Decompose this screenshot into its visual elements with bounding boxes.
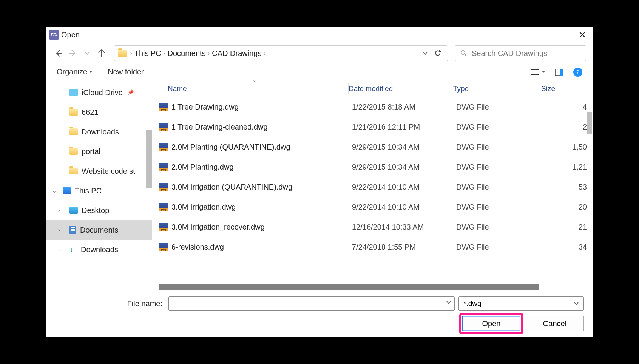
file-row[interactable]: 3.0M Irrigation_recover.dwg12/16/2014 10…: [152, 217, 593, 237]
sidebar-item-label: Documents: [80, 226, 118, 234]
file-size: 4: [544, 103, 593, 111]
close-button[interactable]: [575, 27, 590, 42]
file-size: 1,21: [544, 163, 593, 171]
file-row[interactable]: 2.0M Planting.dwg9/29/2015 10:34 AMDWG F…: [152, 157, 593, 177]
file-size: 21: [544, 223, 593, 231]
sidebar-item[interactable]: Website code st: [46, 161, 152, 181]
file-row[interactable]: 1 Tree Drawing-cleaned.dwg1/21/2016 12:1…: [152, 117, 593, 137]
folder-icon: [69, 148, 78, 155]
cloud-icon: [69, 89, 78, 96]
chevron-down-icon[interactable]: [446, 300, 451, 305]
doc-icon: [69, 226, 76, 234]
nav-bar: › This PC › Documents › CAD Drawings ›: [46, 43, 593, 64]
preview-icon: [555, 69, 563, 76]
sidebar-item-label: Downloads: [81, 245, 118, 254]
search-input[interactable]: [472, 49, 580, 58]
back-button[interactable]: [53, 48, 64, 59]
folder-icon: [69, 128, 78, 135]
file-type: DWG File: [456, 103, 544, 111]
up-button[interactable]: [96, 48, 107, 59]
file-row[interactable]: 3.0M Irrigation.dwg9/22/2014 10:10 AMDWG…: [152, 197, 593, 217]
file-size: 34: [544, 243, 593, 251]
toolbar: Organize New folder ?: [46, 64, 593, 80]
column-date[interactable]: Date modified: [349, 85, 453, 93]
refresh-icon: [434, 49, 441, 57]
file-date: 1/21/2016 12:11 PM: [352, 123, 456, 131]
file-row[interactable]: 3.0M Irrigation (QUARANTINE).dwg9/22/201…: [152, 177, 593, 197]
file-row[interactable]: 6-revisions.dwg7/24/2018 1:55 PMDWG File…: [152, 237, 593, 257]
sidebar-item[interactable]: 6621: [46, 102, 152, 122]
file-date: 1/22/2015 8:18 AM: [352, 103, 456, 111]
breadcrumb-dropdown[interactable]: [423, 51, 428, 56]
file-name: 3.0M Irrigation_recover.dwg: [171, 223, 352, 231]
file-name: 2.0M Planting.dwg: [171, 163, 352, 171]
dwg-file-icon: [159, 103, 168, 111]
file-date: 9/29/2015 10:34 AM: [352, 163, 456, 171]
forward-button[interactable]: [67, 48, 79, 59]
window-title: Open: [61, 31, 80, 39]
sidebar-item[interactable]: Downloads: [46, 122, 152, 142]
open-button[interactable]: Open: [462, 316, 520, 331]
file-type: DWG File: [456, 123, 544, 131]
chevron-down-icon: [85, 51, 90, 56]
file-row[interactable]: 2.0M Planting (QUARANTINE).dwg9/29/2015 …: [152, 137, 593, 157]
sidebar-item[interactable]: ›Documents: [46, 220, 152, 240]
file-date: 9/29/2015 10:34 AM: [352, 143, 456, 151]
sidebar-item[interactable]: ⌄This PC: [46, 181, 152, 201]
file-row[interactable]: 1 Tree Drawing.dwg1/22/2015 8:18 AMDWG F…: [152, 97, 593, 117]
organize-button[interactable]: Organize: [57, 68, 93, 76]
view-list-button[interactable]: [531, 69, 545, 76]
vertical-scrollbar[interactable]: [587, 112, 592, 134]
chevron-right-icon: ›: [130, 50, 132, 56]
file-name: 1 Tree Drawing-cleaned.dwg: [171, 123, 352, 131]
sidebar-item[interactable]: ›Downloads: [46, 240, 152, 259]
footer: File name: *.dwg Open Cancel: [46, 290, 593, 337]
file-type: DWG File: [456, 183, 544, 191]
titlebar: F/X Open: [46, 27, 593, 43]
help-button[interactable]: ?: [573, 68, 582, 77]
file-type: DWG File: [456, 223, 544, 231]
file-date: 12/16/2014 10:33 AM: [352, 223, 456, 231]
column-type[interactable]: Type: [453, 85, 541, 93]
caret-down-icon: [542, 70, 545, 74]
sidebar-item-label: Desktop: [82, 206, 109, 215]
new-folder-button[interactable]: New folder: [108, 68, 144, 76]
sidebar-item[interactable]: iCloud Drive📌: [46, 83, 152, 102]
file-date: 9/22/2014 10:10 AM: [352, 183, 456, 191]
search-bar[interactable]: [455, 45, 586, 61]
dwg-file-icon: [159, 183, 168, 191]
preview-pane-button[interactable]: [555, 69, 563, 76]
chevron-right-icon: ›: [58, 247, 60, 253]
sidebar-item-label: portal: [82, 147, 100, 156]
breadcrumb-item[interactable]: Documents: [167, 49, 205, 58]
filename-label: File name:: [55, 299, 165, 308]
file-size: 53: [544, 183, 593, 191]
breadcrumb[interactable]: › This PC › Documents › CAD Drawings ›: [114, 45, 448, 61]
dwg-file-icon: [159, 243, 168, 251]
chevron-right-icon: ›: [164, 50, 165, 56]
chevron-right-icon: ›: [58, 207, 60, 213]
file-type: DWG File: [456, 163, 544, 171]
sidebar-item-label: 6621: [82, 108, 99, 117]
refresh-button[interactable]: [434, 49, 441, 57]
list-icon: [531, 69, 539, 76]
column-size[interactable]: Size: [541, 85, 593, 93]
dwg-file-icon: [159, 143, 168, 151]
dwg-file-icon: [159, 223, 168, 231]
cancel-button[interactable]: Cancel: [526, 316, 584, 331]
close-icon: [579, 31, 586, 38]
dl-icon: [69, 246, 77, 253]
sidebar-item[interactable]: portal: [46, 142, 152, 161]
file-size: 20: [544, 203, 593, 211]
desk-icon: [69, 207, 78, 214]
sidebar-item[interactable]: ›Desktop: [46, 201, 152, 220]
breadcrumb-item[interactable]: This PC: [134, 49, 161, 58]
breadcrumb-item[interactable]: CAD Drawings: [212, 49, 261, 58]
column-name[interactable]: Name: [159, 85, 348, 93]
recent-dropdown[interactable]: [82, 48, 93, 59]
filename-input[interactable]: [168, 296, 455, 311]
file-size: 2: [544, 123, 593, 131]
file-filter-select[interactable]: *.dwg: [458, 296, 584, 311]
horizontal-scrollbar[interactable]: [159, 284, 539, 290]
svg-rect-2: [560, 69, 563, 76]
